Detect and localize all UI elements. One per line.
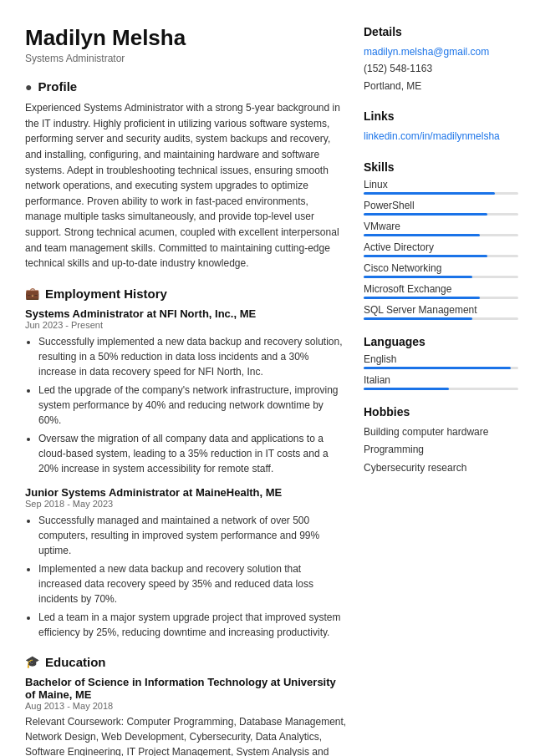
candidate-title: Systems Administrator <box>25 53 347 64</box>
job-item: Junior Systems Administrator at MaineHea… <box>25 486 347 640</box>
profile-text: Experienced Systems Administrator with a… <box>25 100 347 271</box>
education-degree: Bachelor of Science in Information Techn… <box>25 676 347 701</box>
education-date: Aug 2013 - May 2018 <box>25 701 347 711</box>
skill-bar-bg <box>364 192 518 195</box>
job-title: Junior Systems Administrator at MaineHea… <box>25 486 347 499</box>
employment-heading: 💼 Employment History <box>25 287 347 301</box>
job-item: Systems Administrator at NFI North, Inc.… <box>25 307 347 476</box>
job-bullet: Led the upgrade of the company's network… <box>38 383 347 428</box>
profile-heading: ● Profile <box>25 79 347 94</box>
skill-bar-fill <box>364 255 487 257</box>
skill-label: VMware <box>364 221 518 232</box>
candidate-name: Madilyn Melsha <box>25 25 347 51</box>
skill-label: Linux <box>364 179 518 190</box>
skill-bar-fill <box>364 317 472 320</box>
hobby-item: Building computer hardware <box>364 424 518 442</box>
hobby-item: Cybersecurity research <box>364 459 518 478</box>
links-section: Links linkedin.com/in/madilynmelsha <box>364 109 518 145</box>
education-icon: 🎓 <box>25 655 39 668</box>
hobbies-heading: Hobbies <box>364 405 518 419</box>
skill-bar-fill <box>364 192 495 195</box>
skill-bar-fill <box>364 297 480 299</box>
skills-heading: Skills <box>364 160 518 174</box>
skill-item: SQL Server Management <box>364 304 518 320</box>
skill-label: Cisco Networking <box>364 262 518 274</box>
language-bar-fill <box>364 367 511 369</box>
education-heading: 🎓 Education <box>25 655 347 669</box>
skill-item: Active Directory <box>364 241 518 257</box>
skill-bar-bg <box>364 213 518 216</box>
skill-bar-fill <box>364 213 487 216</box>
skill-item: PowerShell <box>364 200 518 216</box>
skill-label: Active Directory <box>364 241 518 253</box>
job-bullet: Successfully implemented a new data back… <box>38 334 347 379</box>
job-bullet: Implemented a new data backup and recove… <box>38 561 347 606</box>
language-label: Italian <box>364 374 518 386</box>
links-heading: Links <box>364 109 518 123</box>
details-heading: Details <box>364 25 518 38</box>
skill-bar-bg <box>364 317 518 320</box>
education-section: 🎓 Education Bachelor of Science in Infor… <box>25 655 347 756</box>
languages-section: Languages EnglishItalian <box>364 335 518 390</box>
skill-item: Microsoft Exchange <box>364 283 518 299</box>
language-label: English <box>364 353 518 365</box>
location-text: Portland, ME <box>364 80 421 92</box>
skill-bar-bg <box>364 276 518 278</box>
job-bullet: Successfully managed and maintained a ne… <box>38 513 347 558</box>
employment-section: 💼 Employment History Systems Administrat… <box>25 287 347 640</box>
language-item: English <box>364 353 518 369</box>
job-bullet: Led a team in a major system upgrade pro… <box>38 610 347 640</box>
job-date: Sep 2018 - May 2023 <box>25 499 347 509</box>
language-bar-bg <box>364 367 518 369</box>
language-item: Italian <box>364 374 518 390</box>
job-date: Jun 2023 - Present <box>25 320 347 330</box>
skill-bar-fill <box>364 276 472 278</box>
skill-label: SQL Server Management <box>364 304 518 316</box>
language-bar-bg <box>364 388 518 390</box>
hobbies-section: Hobbies Building computer hardwareProgra… <box>364 405 518 478</box>
skill-bar-bg <box>364 255 518 257</box>
hobby-item: Programming <box>364 441 518 459</box>
job-bullet: Oversaw the migration of all company dat… <box>38 431 347 476</box>
job-title: Systems Administrator at NFI North, Inc.… <box>25 307 347 320</box>
profile-icon: ● <box>25 80 32 94</box>
education-text: Relevant Coursework: Computer Programmin… <box>25 714 347 756</box>
language-bar-fill <box>364 388 449 390</box>
profile-section: ● Profile Experienced Systems Administra… <box>25 79 347 271</box>
skill-item: Cisco Networking <box>364 262 518 278</box>
email-link[interactable]: madilyn.melsha@gmail.com <box>364 46 489 58</box>
skill-bar-bg <box>364 234 518 236</box>
skill-item: Linux <box>364 179 518 195</box>
skill-label: PowerShell <box>364 200 518 211</box>
skills-section: Skills LinuxPowerShellVMwareActive Direc… <box>364 160 518 320</box>
skill-bar-fill <box>364 234 480 236</box>
resume-header: Madilyn Melsha Systems Administrator <box>25 25 347 64</box>
skill-label: Microsoft Exchange <box>364 283 518 295</box>
skill-item: VMware <box>364 221 518 236</box>
linkedin-link[interactable]: linkedin.com/in/madilynmelsha <box>364 130 500 142</box>
phone-text: (152) 548-1163 <box>364 63 432 74</box>
details-section: Details madilyn.melsha@gmail.com (152) 5… <box>364 25 518 94</box>
languages-heading: Languages <box>364 335 518 348</box>
skill-bar-bg <box>364 297 518 299</box>
employment-icon: 💼 <box>25 287 39 300</box>
